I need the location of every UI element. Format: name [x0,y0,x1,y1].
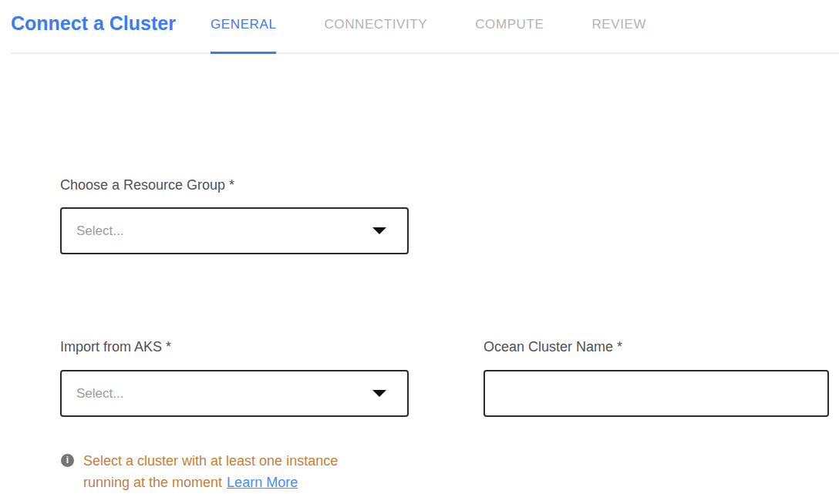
chevron-down-icon [372,227,386,234]
tab-connectivity[interactable]: CONNECTIVITY [324,17,427,32]
active-tab-indicator [211,52,276,54]
wizard-tabs: GENERAL CONNECTIVITY COMPUTE REVIEW [211,17,694,32]
info-message-line1: Select a cluster with at least one insta… [83,450,338,472]
page-title: Connect a Cluster [11,12,176,35]
tab-compute[interactable]: COMPUTE [475,17,544,32]
header-divider [11,52,839,54]
resource-group-label: Choose a Resource Group * [60,177,234,193]
ocean-cluster-name-label: Ocean Cluster Name * [484,339,622,355]
info-note: i Select a cluster with at least one ins… [61,450,338,493]
learn-more-link[interactable]: Learn More [227,475,298,490]
tab-review[interactable]: REVIEW [591,17,646,32]
ocean-cluster-name-input[interactable] [484,370,829,417]
info-message-line2: running at the moment [83,475,222,490]
import-aks-label: Import from AKS * [60,339,171,355]
resource-group-select-value: Select... [76,223,123,239]
info-message: Select a cluster with at least one insta… [83,450,338,493]
import-aks-select-value: Select... [76,386,123,402]
chevron-down-icon [372,390,386,397]
resource-group-select[interactable]: Select... [60,207,409,254]
info-icon: i [61,454,74,467]
import-aks-select[interactable]: Select... [60,370,409,417]
connect-cluster-wizard: Connect a Cluster GENERAL CONNECTIVITY C… [0,0,839,504]
tab-general[interactable]: GENERAL [211,17,276,32]
